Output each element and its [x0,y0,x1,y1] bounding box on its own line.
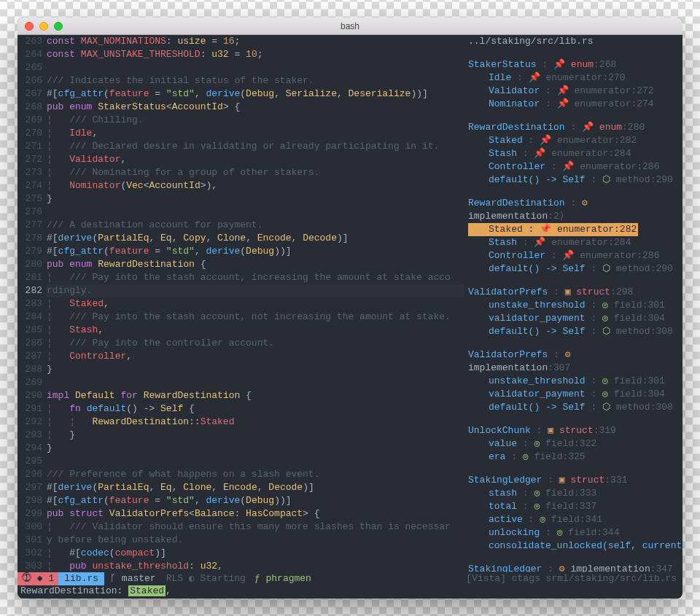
code-area[interactable]: const MAX_NOMINATIONS: usize = 16;const … [47,35,464,572]
line-number: 266 [18,74,42,87]
outline-item[interactable]: value : ◎ field:322 [468,437,678,451]
code-editor[interactable]: 2632642652662672682692702712722732742752… [18,35,464,572]
code-line[interactable]: /// Indicates the initial status of the … [47,74,464,87]
code-line[interactable]: ¦ Nominator(Vec<AccountId>), [47,179,464,192]
code-line[interactable] [47,376,464,389]
outline-item[interactable]: validator_payment : ◎ field:304 [468,312,678,325]
code-line[interactable]: ¦ } [47,429,464,442]
code-line[interactable]: #[cfg_attr(feature = "std", derive(Debug… [47,494,464,507]
line-number: 277 [18,219,42,232]
line-number: 264 [18,48,42,61]
outline-item[interactable]: Stash : 📌 enumerator:284 [468,236,678,249]
line-number: 287 [18,350,42,363]
code-line[interactable]: ¦ /// Pay into the stash account, not in… [47,311,464,324]
code-line[interactable]: /// Preference of what happens on a slas… [47,468,464,481]
code-line[interactable]: #[derive(PartialEq, Eq, Copy, Clone, Enc… [47,232,464,245]
outline-item[interactable]: Nominator : 📌 enumerator:274 [468,98,678,111]
outline-group-header[interactable]: ValidatorPrefs : ⚙ implementation:307 [468,348,678,375]
outline-item[interactable]: Stash : 📌 enumerator:284 [468,147,678,160]
outline-item[interactable]: Staked : 📌 enumerator:282 [468,223,678,236]
outline-group-header[interactable]: StakingLedger : ▣ struct:331 [468,474,678,487]
line-number: 274 [18,179,42,192]
code-line[interactable]: ¦ #[codec(compact)] [47,547,464,560]
code-line[interactable]: ¦ Stash, [47,324,464,337]
code-line[interactable]: const MAX_UNSTAKE_THRESHOLD: u32 = 10; [47,48,464,61]
status-branch[interactable]: ᚴ master [104,572,162,585]
code-line[interactable]: #[derive(PartialEq, Eq, Clone, Encode, D… [47,481,464,494]
code-line[interactable]: } [47,192,464,206]
outline-sidebar[interactable]: ..l/staking/src/lib.rsStakerStatus : 📌 e… [464,35,682,572]
outline-item[interactable]: Controller : 📌 enumerator:286 [468,160,678,174]
outline-item[interactable]: Idle : 📌 enumerator:270 [468,71,678,85]
code-line[interactable]: ¦ ¦ RewardDestination::Staked [47,416,464,429]
code-line[interactable]: ¦ Idle, [47,127,464,140]
outline-item[interactable]: consolidate_unlocked(self, current_⟩ [468,539,678,553]
outline-item[interactable]: stash : ◎ field:333 [468,487,678,500]
code-line[interactable]: pub struct ValidatorPrefs<Balance: HasCo… [47,507,464,521]
outline-item[interactable]: unlocking : ◎ field:344 [468,526,678,539]
outline-item[interactable]: validator_payment : ◎ field:304 [468,388,678,401]
outline-group-header[interactable]: ValidatorPrefs : ▣ struct:298 [468,286,678,299]
code-line[interactable]: pub enum StakerStatus<AccountId> { [47,101,464,114]
line-number: 275 [18,192,42,206]
code-line[interactable]: impl Default for RewardDestination { [47,389,464,402]
outline-item[interactable]: unstake_threshold : ◎ field:301 [468,375,678,388]
code-line[interactable]: pub enum RewardDestination { [47,258,464,271]
code-line[interactable]: ¦ /// Declared desire in validating or a… [47,140,464,153]
outline-item[interactable]: Controller : 📌 enumerator:286 [468,249,678,262]
outline-item[interactable]: default() -> Self : ⬡ method:290 [468,174,678,187]
code-line[interactable] [47,206,464,219]
line-number: 293 [18,429,42,442]
outline-item[interactable]: Validator : 📌 enumerator:272 [468,85,678,98]
outline-item[interactable]: unstake_threshold : ◎ field:301 [468,299,678,312]
line-gutter: 2632642652662672682692702712722732742752… [18,35,47,572]
code-line[interactable]: ¦ fn default() -> Self { [47,402,464,416]
outline-item[interactable]: default() -> Self : ⬡ method:290 [468,262,678,276]
outline-item[interactable]: total : ◎ field:337 [468,500,678,513]
line-number: 263 [18,35,42,48]
outline-item[interactable]: active : ◎ field:341 [468,513,678,526]
outline-group-header[interactable]: RewardDestination : 📌 enum:280 [468,121,678,134]
outline-item[interactable]: Staked : 📌 enumerator:282 [468,134,678,147]
editor-main[interactable]: 2632642652662672682692702712722732742752… [18,35,682,572]
code-line[interactable]: } [47,442,464,455]
code-line[interactable] [47,455,464,468]
line-number: 284 [18,311,42,324]
outline-group-header[interactable]: StakerStatus : 📌 enum:268 [468,58,678,71]
code-line[interactable] [47,61,464,74]
status-errors[interactable]: ⓵ ◆ 1 [18,572,58,585]
code-line[interactable]: rdingly. [47,284,464,297]
code-line[interactable]: ¦ /// Pay into the controller account. [47,337,464,350]
line-number: 294 [18,442,42,455]
code-line[interactable]: ¦ Validator, [47,153,464,166]
code-line[interactable]: ¦ /// Chilling. [47,114,464,127]
outline-item[interactable]: default() -> Self : ⬡ method:308 [468,325,678,338]
line-number: 303 [18,560,42,572]
code-line[interactable]: ¦ Staked, [47,297,464,311]
code-line[interactable]: y before being unstaked. [47,534,464,547]
code-line[interactable]: #[cfg_attr(feature = "std", derive(Debug… [47,245,464,258]
status-filename[interactable]: lib.rs [58,572,104,585]
code-line[interactable]: } [47,363,464,376]
line-number: 279 [18,245,42,258]
outline-item[interactable]: era : ◎ field:325 [468,451,678,464]
code-line[interactable]: ¦ /// Nominating for a group of other st… [47,166,464,179]
sidebar-path: ..l/staking/src/lib.rs [468,35,678,48]
code-line[interactable]: ¦ /// Validator should ensure this many … [47,521,464,534]
outline-group-header[interactable]: StakingLedger : ⚙ implementation:347 [468,563,678,572]
code-line[interactable]: ¦ /// Pay into the stash account, increa… [47,271,464,284]
code-line[interactable]: ¦ pub unstake_threshold: u32, [47,560,464,572]
outline-group-header[interactable]: RewardDestination : ⚙ implementation:2⟩ [468,197,678,223]
line-number: 301 [18,534,42,547]
code-line[interactable]: #[cfg_attr(feature = "std", derive(Debug… [47,87,464,101]
outline-group-header[interactable]: UnlockChunk : ▣ struct:319 [468,424,678,437]
command-line[interactable]: RewardDestination: Staked, [18,585,682,599]
code-line[interactable]: const MAX_NOMINATIONS: usize = 16; [47,35,464,48]
line-number: 276 [18,206,42,219]
line-number: 290 [18,389,42,402]
window-title: bash [18,21,682,31]
code-line[interactable]: /// A destination account for payment. [47,219,464,232]
code-line[interactable]: ¦ Controller, [47,350,464,363]
cmd-suffix: , [166,585,171,596]
outline-item[interactable]: default() -> Self : ⬡ method:308 [468,401,678,414]
